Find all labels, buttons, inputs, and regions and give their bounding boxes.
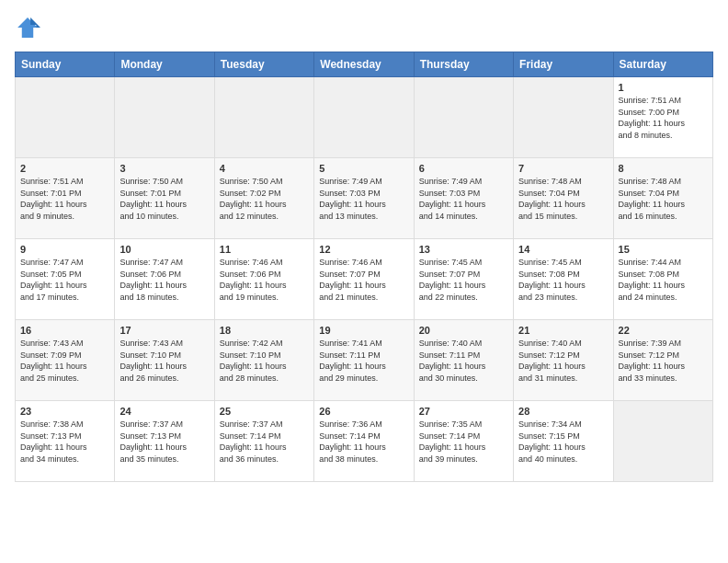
day-info: Sunrise: 7:46 AM Sunset: 7:07 PM Dayligh… [319,257,408,303]
calendar-cell: 26Sunrise: 7:36 AM Sunset: 7:14 PM Dayli… [314,401,414,482]
calendar-week-row: 1Sunrise: 7:51 AM Sunset: 7:00 PM Daylig… [16,77,713,158]
day-number: 3 [119,163,209,174]
calendar-cell: 16Sunrise: 7:43 AM Sunset: 7:09 PM Dayli… [16,320,115,401]
calendar-cell [214,77,313,158]
day-info: Sunrise: 7:51 AM Sunset: 7:00 PM Dayligh… [619,95,708,141]
calendar-cell: 17Sunrise: 7:43 AM Sunset: 7:10 PM Dayli… [115,320,214,401]
day-number: 12 [319,244,408,255]
calendar-cell: 15Sunrise: 7:44 AM Sunset: 7:08 PM Dayli… [613,239,712,320]
day-number: 2 [20,163,109,174]
day-info: Sunrise: 7:35 AM Sunset: 7:14 PM Dayligh… [419,419,508,465]
day-number: 16 [20,325,109,336]
calendar-cell: 9Sunrise: 7:47 AM Sunset: 7:05 PM Daylig… [16,239,115,320]
day-number: 15 [619,244,708,255]
day-info: Sunrise: 7:48 AM Sunset: 7:04 PM Dayligh… [619,176,708,222]
calendar-cell: 23Sunrise: 7:38 AM Sunset: 7:13 PM Dayli… [16,401,115,482]
calendar-week-row: 2Sunrise: 7:51 AM Sunset: 7:01 PM Daylig… [16,158,713,239]
svg-marker-0 [17,17,38,38]
calendar-cell: 22Sunrise: 7:39 AM Sunset: 7:12 PM Dayli… [613,320,712,401]
day-info: Sunrise: 7:37 AM Sunset: 7:14 PM Dayligh… [220,419,309,465]
day-number: 26 [319,406,408,417]
day-info: Sunrise: 7:38 AM Sunset: 7:13 PM Dayligh… [20,419,109,465]
weekday-header-row: SundayMondayTuesdayWednesdayThursdayFrid… [16,52,713,77]
calendar-cell: 6Sunrise: 7:49 AM Sunset: 7:03 PM Daylig… [414,158,513,239]
calendar-cell: 5Sunrise: 7:49 AM Sunset: 7:03 PM Daylig… [314,158,414,239]
calendar-cell: 21Sunrise: 7:40 AM Sunset: 7:12 PM Dayli… [514,320,613,401]
calendar-header: SundayMondayTuesdayWednesdayThursdayFrid… [16,52,713,77]
calendar-cell: 1Sunrise: 7:51 AM Sunset: 7:00 PM Daylig… [613,77,712,158]
calendar-cell: 2Sunrise: 7:51 AM Sunset: 7:01 PM Daylig… [16,158,115,239]
day-number: 27 [419,406,508,417]
calendar-cell [613,401,712,482]
day-number: 20 [419,325,508,336]
day-info: Sunrise: 7:50 AM Sunset: 7:02 PM Dayligh… [220,176,309,222]
weekday-header: Wednesday [314,52,414,77]
calendar-cell: 4Sunrise: 7:50 AM Sunset: 7:02 PM Daylig… [214,158,313,239]
day-info: Sunrise: 7:49 AM Sunset: 7:03 PM Dayligh… [419,176,508,222]
calendar-cell: 10Sunrise: 7:47 AM Sunset: 7:06 PM Dayli… [115,239,214,320]
calendar-cell: 19Sunrise: 7:41 AM Sunset: 7:11 PM Dayli… [314,320,414,401]
calendar-table: SundayMondayTuesdayWednesdayThursdayFrid… [15,52,713,482]
weekday-header: Saturday [613,52,712,77]
calendar-cell: 20Sunrise: 7:40 AM Sunset: 7:11 PM Dayli… [414,320,513,401]
day-info: Sunrise: 7:42 AM Sunset: 7:10 PM Dayligh… [220,338,309,384]
logo-icon [15,15,40,40]
day-number: 25 [220,406,309,417]
calendar-week-row: 16Sunrise: 7:43 AM Sunset: 7:09 PM Dayli… [16,320,713,401]
day-info: Sunrise: 7:43 AM Sunset: 7:09 PM Dayligh… [20,338,109,384]
day-info: Sunrise: 7:44 AM Sunset: 7:08 PM Dayligh… [619,257,708,303]
calendar-cell: 18Sunrise: 7:42 AM Sunset: 7:10 PM Dayli… [214,320,313,401]
day-number: 11 [220,244,309,255]
day-number: 10 [119,244,209,255]
day-info: Sunrise: 7:39 AM Sunset: 7:12 PM Dayligh… [619,338,708,384]
day-info: Sunrise: 7:48 AM Sunset: 7:04 PM Dayligh… [518,176,608,222]
calendar-cell: 3Sunrise: 7:50 AM Sunset: 7:01 PM Daylig… [115,158,214,239]
weekday-header: Friday [514,52,613,77]
calendar-cell [16,77,115,158]
day-number: 5 [319,163,408,174]
day-number: 4 [220,163,309,174]
calendar-cell: 24Sunrise: 7:37 AM Sunset: 7:13 PM Dayli… [115,401,214,482]
day-info: Sunrise: 7:47 AM Sunset: 7:06 PM Dayligh… [119,257,209,303]
day-number: 1 [619,82,708,93]
day-number: 9 [20,244,109,255]
calendar-cell: 8Sunrise: 7:48 AM Sunset: 7:04 PM Daylig… [613,158,712,239]
day-number: 19 [319,325,408,336]
day-number: 24 [119,406,209,417]
day-info: Sunrise: 7:40 AM Sunset: 7:11 PM Dayligh… [419,338,508,384]
day-info: Sunrise: 7:50 AM Sunset: 7:01 PM Dayligh… [119,176,209,222]
day-number: 18 [220,325,309,336]
day-info: Sunrise: 7:41 AM Sunset: 7:11 PM Dayligh… [319,338,408,384]
calendar-cell: 28Sunrise: 7:34 AM Sunset: 7:15 PM Dayli… [514,401,613,482]
calendar-cell [514,77,613,158]
calendar-cell: 7Sunrise: 7:48 AM Sunset: 7:04 PM Daylig… [514,158,613,239]
calendar-cell [314,77,414,158]
calendar-cell: 27Sunrise: 7:35 AM Sunset: 7:14 PM Dayli… [414,401,513,482]
calendar-week-row: 9Sunrise: 7:47 AM Sunset: 7:05 PM Daylig… [16,239,713,320]
day-number: 14 [518,244,608,255]
day-info: Sunrise: 7:49 AM Sunset: 7:03 PM Dayligh… [319,176,408,222]
page-header [15,15,713,40]
day-number: 21 [518,325,608,336]
day-info: Sunrise: 7:37 AM Sunset: 7:13 PM Dayligh… [119,419,209,465]
day-info: Sunrise: 7:45 AM Sunset: 7:08 PM Dayligh… [518,257,608,303]
weekday-header: Sunday [16,52,115,77]
day-info: Sunrise: 7:36 AM Sunset: 7:14 PM Dayligh… [319,419,408,465]
day-info: Sunrise: 7:34 AM Sunset: 7:15 PM Dayligh… [518,419,608,465]
calendar-cell: 25Sunrise: 7:37 AM Sunset: 7:14 PM Dayli… [214,401,313,482]
day-info: Sunrise: 7:45 AM Sunset: 7:07 PM Dayligh… [419,257,508,303]
day-number: 13 [419,244,508,255]
weekday-header: Thursday [414,52,513,77]
day-number: 7 [518,163,608,174]
day-number: 17 [119,325,209,336]
calendar-cell [414,77,513,158]
calendar-cell: 13Sunrise: 7:45 AM Sunset: 7:07 PM Dayli… [414,239,513,320]
logo [15,15,44,40]
day-info: Sunrise: 7:43 AM Sunset: 7:10 PM Dayligh… [119,338,209,384]
weekday-header: Monday [115,52,214,77]
day-number: 22 [619,325,708,336]
day-number: 23 [20,406,109,417]
day-info: Sunrise: 7:40 AM Sunset: 7:12 PM Dayligh… [518,338,608,384]
calendar-cell: 12Sunrise: 7:46 AM Sunset: 7:07 PM Dayli… [314,239,414,320]
day-number: 28 [518,406,608,417]
